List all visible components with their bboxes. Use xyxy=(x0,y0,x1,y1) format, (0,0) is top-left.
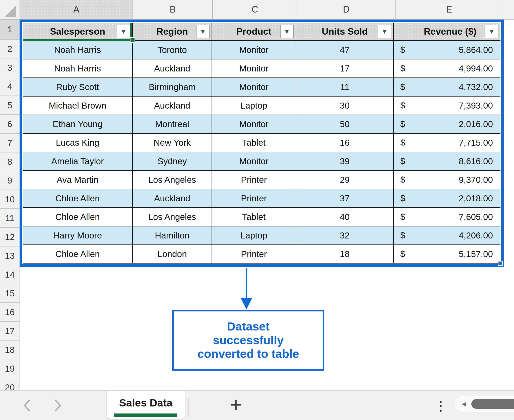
row-header-9[interactable]: 9 xyxy=(0,171,20,190)
table-cell[interactable]: Laptop xyxy=(212,97,296,115)
selection-fill-handle[interactable] xyxy=(498,261,503,266)
row-header-11[interactable]: 11 xyxy=(0,209,20,228)
table-cell[interactable]: $8,616.00 xyxy=(394,152,500,171)
row-header-10[interactable]: 10 xyxy=(0,190,20,209)
more-options-button[interactable]: ⋮ xyxy=(433,396,448,416)
table-cell[interactable]: 17 xyxy=(296,59,394,78)
table-cell[interactable]: $5,864.00 xyxy=(394,41,500,59)
add-sheet-button[interactable]: + xyxy=(226,393,246,417)
table-cell[interactable]: Michael Brown xyxy=(23,97,133,115)
row-header-8[interactable]: 8 xyxy=(0,152,20,171)
table-header-units-sold[interactable]: Units Sold ▾ xyxy=(296,23,394,41)
table-cell[interactable]: Chloe Allen xyxy=(23,208,133,226)
table-cell[interactable]: $7,605.00 xyxy=(394,208,500,226)
table-cell[interactable]: London xyxy=(133,245,212,264)
table-cell[interactable]: Ava Martin xyxy=(23,171,133,189)
row-header-19[interactable]: 19 xyxy=(0,359,20,378)
table-cell[interactable]: 37 xyxy=(296,189,394,208)
row-header-15[interactable]: 15 xyxy=(0,284,20,303)
table-cell[interactable]: Monitor xyxy=(212,41,296,59)
table-cell[interactable]: Monitor xyxy=(212,152,296,171)
row-header-18[interactable]: 18 xyxy=(0,341,20,359)
row-header-5[interactable]: 5 xyxy=(0,96,20,115)
table-cell[interactable]: Ruby Scott xyxy=(23,78,133,97)
row-header-6[interactable]: 6 xyxy=(0,115,20,134)
table-cell[interactable]: New York xyxy=(133,134,212,152)
table-header-salesperson[interactable]: Salesperson ▾ xyxy=(23,23,133,41)
table-cell[interactable]: Laptop xyxy=(212,226,296,245)
table-cell[interactable]: Toronto xyxy=(133,41,212,59)
table-cell[interactable]: Monitor xyxy=(212,115,296,134)
row-header-7[interactable]: 7 xyxy=(0,134,20,152)
table-cell[interactable]: Auckland xyxy=(133,189,212,208)
table-cell[interactable]: $7,715.00 xyxy=(394,134,500,152)
scroll-left-button[interactable]: ◄ xyxy=(460,400,468,408)
row-header-16[interactable]: 16 xyxy=(0,303,20,322)
table-cell[interactable]: Auckland xyxy=(133,97,212,115)
table-cell[interactable]: 18 xyxy=(296,245,394,264)
previous-sheet-button[interactable] xyxy=(20,398,35,413)
table-cell[interactable]: 16 xyxy=(296,134,394,152)
filter-button[interactable]: ▾ xyxy=(280,25,294,38)
scrollbar-thumb[interactable] xyxy=(471,399,514,409)
table-header-region[interactable]: Region ▾ xyxy=(133,23,212,41)
table-cell[interactable]: Monitor xyxy=(212,59,296,78)
table-cell[interactable]: Montreal xyxy=(133,115,212,134)
table-cell[interactable]: 30 xyxy=(296,97,394,115)
table-cell[interactable]: Birmingham xyxy=(133,78,212,97)
table-cell[interactable]: 40 xyxy=(296,208,394,226)
table-cell[interactable]: Noah Harris xyxy=(23,41,133,59)
row-header-1[interactable]: 1 xyxy=(0,20,20,40)
table-cell[interactable]: Chloe Allen xyxy=(23,245,133,264)
table-header-product[interactable]: Product ▾ xyxy=(212,23,296,41)
row-header-3[interactable]: 3 xyxy=(0,58,20,77)
table-cell[interactable]: Harry Moore xyxy=(23,226,133,245)
active-cell-fill-handle[interactable] xyxy=(130,37,135,43)
row-header-17[interactable]: 17 xyxy=(0,322,20,341)
table-cell[interactable]: Sydney xyxy=(133,152,212,171)
table-cell[interactable]: Chloe Allen xyxy=(23,189,133,208)
table-cell[interactable]: Hamilton xyxy=(133,226,212,245)
row-header-2[interactable]: 2 xyxy=(0,40,20,58)
table-cell[interactable]: 50 xyxy=(296,115,394,134)
table-cell[interactable]: Printer xyxy=(212,171,296,189)
table-cell[interactable]: Los Angeles xyxy=(133,208,212,226)
table-cell[interactable]: $9,370.00 xyxy=(394,171,500,189)
table-cell[interactable]: $4,206.00 xyxy=(394,226,500,245)
filter-button[interactable]: ▾ xyxy=(378,25,391,38)
table-cell[interactable]: 32 xyxy=(296,226,394,245)
next-sheet-button[interactable] xyxy=(50,398,65,413)
table-cell[interactable]: 47 xyxy=(296,41,394,59)
table-cell[interactable]: Amelia Taylor xyxy=(23,152,133,171)
column-header-D[interactable]: D xyxy=(297,0,396,19)
filter-button[interactable]: ▾ xyxy=(117,25,130,38)
table-cell[interactable]: Los Angeles xyxy=(133,171,212,189)
table-cell[interactable]: Printer xyxy=(212,245,296,264)
table-cell[interactable]: $2,018.00 xyxy=(394,189,500,208)
sheet-tab-sales-data[interactable]: Sales Data xyxy=(107,391,185,419)
table-cell[interactable]: Tablet xyxy=(212,134,296,152)
filter-button[interactable]: ▾ xyxy=(196,25,210,38)
table-cell[interactable]: 29 xyxy=(296,171,394,189)
table-cell[interactable]: Lucas King xyxy=(23,134,133,152)
table-cell[interactable]: $4,994.00 xyxy=(394,59,500,78)
row-header-13[interactable]: 13 xyxy=(0,246,20,265)
row-header-14[interactable]: 14 xyxy=(0,265,20,284)
column-header-A[interactable]: A xyxy=(20,0,133,19)
column-header-B[interactable]: B xyxy=(133,0,213,19)
table-cell[interactable]: Printer xyxy=(212,189,296,208)
table-cell[interactable]: Noah Harris xyxy=(23,59,133,78)
callout-box[interactable]: Dataset successfully converted to table xyxy=(172,310,324,371)
table-cell[interactable]: 39 xyxy=(296,152,394,171)
table-cell[interactable]: $7,393.00 xyxy=(394,97,500,115)
column-header-C[interactable]: C xyxy=(213,0,297,19)
table-header-revenue[interactable]: Revenue ($) ▾ xyxy=(394,23,500,41)
select-all-corner[interactable] xyxy=(0,0,20,20)
column-header-E[interactable]: E xyxy=(396,0,503,19)
filter-button[interactable]: ▾ xyxy=(485,25,498,38)
table-cell[interactable]: $5,157.00 xyxy=(394,245,500,264)
table-cell[interactable]: 11 xyxy=(296,78,394,97)
table-cell[interactable]: $4,732.00 xyxy=(394,78,500,97)
table-cell[interactable]: Ethan Young xyxy=(23,115,133,134)
table-cell[interactable]: Auckland xyxy=(133,59,212,78)
